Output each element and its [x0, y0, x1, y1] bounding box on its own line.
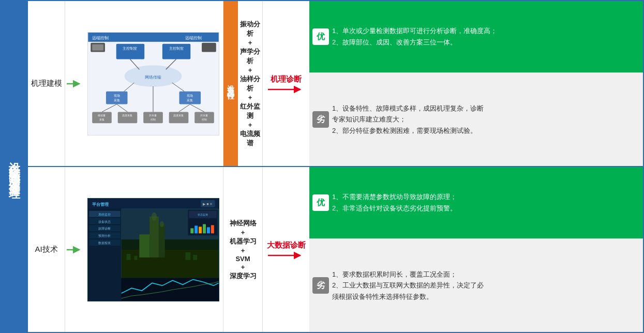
feature1-plus1: + — [248, 39, 252, 47]
svg-text:预测分析: 预测分析 — [98, 234, 111, 237]
svg-text:数据报表: 数据报表 — [98, 241, 111, 245]
feature2-item2: 机器学习 — [230, 237, 257, 246]
svg-text:温度采集: 温度采集 — [123, 114, 133, 117]
feature1-item4: 红外监测 — [239, 102, 261, 120]
feature1-plus2: + — [248, 66, 252, 74]
left-label-text: 设备故障预测与健康管理 — [7, 153, 23, 181]
row1-feature-box: 设备工况特性 振动分析 + 声学分析 + 油样分析 + 红外监测 + 电流频谱 — [223, 1, 263, 166]
row2-pros-cons: 优 1、不需要清楚参数扰动导致故障的原理； 2、非常适合针对设备状态劣化提前预警… — [309, 167, 643, 332]
row1-pro-badge: 优 — [312, 28, 329, 45]
svg-line-40 — [190, 104, 204, 112]
feature1-item5: 电流频谱 — [239, 129, 261, 148]
feature2-plus1: + — [241, 229, 245, 236]
svg-rect-6 — [92, 44, 103, 50]
svg-rect-62 — [159, 224, 165, 257]
svg-line-22 — [172, 83, 185, 92]
svg-text:主控制室: 主控制室 — [169, 46, 184, 50]
svg-rect-80 — [207, 227, 210, 233]
svg-rect-76 — [190, 228, 193, 233]
svg-point-64 — [152, 212, 157, 220]
feature1-item2: 声学分析 — [239, 47, 261, 66]
svg-text:温度采集: 温度采集 — [174, 114, 184, 117]
svg-line-21 — [124, 83, 134, 92]
svg-point-65 — [160, 221, 164, 227]
svg-line-36 — [102, 104, 117, 112]
svg-rect-77 — [194, 225, 198, 233]
svg-rect-68 — [185, 252, 190, 260]
row2-arrow — [65, 167, 84, 332]
row1-feature-label: 设备工况特性 — [226, 79, 236, 88]
feature1-plus3: + — [248, 94, 252, 101]
row1-diagnosis-label: 机理诊断 — [271, 74, 302, 84]
feature2-item1: 神经网络 — [230, 219, 257, 228]
row2-diagnosis-label: 大数据诊断 — [267, 240, 306, 250]
svg-text:故障诊断: 故障诊断 — [98, 226, 111, 230]
row2-con-badge: 劣 — [312, 277, 329, 294]
row2-diagram: 平台管理 ▶ ■ ✕ 系统监控 设备状态 故障诊断 预测分析 数据报表 — [84, 167, 223, 332]
svg-line-13 — [130, 59, 139, 69]
svg-rect-78 — [199, 226, 202, 233]
svg-text:系统监控: 系统监控 — [98, 212, 111, 216]
svg-rect-67 — [134, 255, 137, 260]
row1-label: 机理建模 — [28, 1, 65, 166]
svg-text:控制: 控制 — [151, 118, 156, 121]
row2-pro-text: 1、不需要清楚参数扰动导致故障的原理； 2、非常适合针对设备状态劣化提前预警。 — [332, 188, 643, 217]
row2-label: AI技术 — [28, 167, 65, 332]
row1-pro-text: 1、单次或少量检测数据即可进行分析诊断，准确度高； 2、故障部位、成因、改善方案… — [332, 22, 643, 51]
feature2-item4: 深度学习 — [230, 271, 257, 281]
row1-arrow — [65, 1, 84, 166]
feature1-item3: 油样分析 — [239, 74, 261, 93]
svg-text:开关量: 开关量 — [201, 114, 208, 117]
row1-diagram: 远端控制 远端控制 主控制室 主控制室 网络传输 — [84, 1, 223, 166]
feature2-plus2: + — [241, 247, 245, 254]
feature2-item3: SVM — [235, 255, 250, 263]
svg-line-37 — [117, 104, 128, 112]
left-vertical-label: 设备故障预测与健康管理 — [1, 1, 28, 332]
row2-feature-box: 神经网络 + 机器学习 + SVM + 深度学习 — [223, 167, 263, 332]
svg-text:采集: 采集 — [114, 98, 120, 101]
svg-text:采集: 采集 — [99, 118, 104, 121]
svg-rect-81 — [211, 225, 214, 233]
svg-text:远端控制: 远端控制 — [185, 35, 202, 40]
row1-pros-cons: 优 1、单次或少量检测数据即可进行分析诊断，准确度高； 2、故障部位、成因、改善… — [309, 1, 643, 166]
feature2-plus3: + — [241, 263, 245, 271]
svg-text:现场: 现场 — [187, 93, 193, 97]
svg-line-39 — [179, 104, 190, 112]
svg-rect-61 — [149, 216, 159, 257]
svg-rect-5 — [202, 42, 216, 52]
svg-rect-69 — [193, 254, 197, 260]
svg-text:开关量: 开关量 — [149, 114, 157, 117]
svg-rect-79 — [203, 224, 206, 233]
svg-rect-63 — [139, 234, 149, 258]
row1-con-text: 1、设备特性、故障模式多样，成因机理复杂，诊断 专家知识库建立难度大； 2、部分… — [332, 100, 643, 139]
svg-text:设备状态: 设备状态 — [98, 220, 111, 223]
svg-rect-60 — [122, 250, 219, 278]
svg-rect-66 — [127, 253, 131, 260]
feature1-item1: 振动分析 — [239, 20, 261, 38]
svg-text:采集: 采集 — [187, 98, 193, 101]
row2-con-text: 1、要求数据积累时间长，覆盖工况全面； 2、工业大数据与互联网大数据的差异性，决… — [332, 266, 643, 305]
feature1-plus4: + — [248, 121, 252, 129]
row2-diagnosis-arrow: 大数据诊断 — [263, 167, 309, 332]
svg-text:控制: 控制 — [202, 118, 207, 121]
svg-text:▶ ■ ✕: ▶ ■ ✕ — [203, 202, 213, 205]
svg-text:远端控制: 远端控制 — [92, 35, 109, 40]
row1-diagnosis-arrow: 机理诊断 — [263, 1, 309, 166]
svg-text:现场: 现场 — [114, 93, 120, 97]
row1-con-badge: 劣 — [312, 111, 329, 128]
svg-text:状态监测: 状态监测 — [197, 213, 208, 216]
row2-pro-badge: 优 — [312, 194, 329, 211]
svg-text:模拟量: 模拟量 — [98, 114, 106, 117]
svg-text:主控制室: 主控制室 — [123, 46, 137, 50]
svg-text:平台管理: 平台管理 — [92, 202, 109, 206]
svg-text:网络传输: 网络传输 — [145, 75, 161, 80]
